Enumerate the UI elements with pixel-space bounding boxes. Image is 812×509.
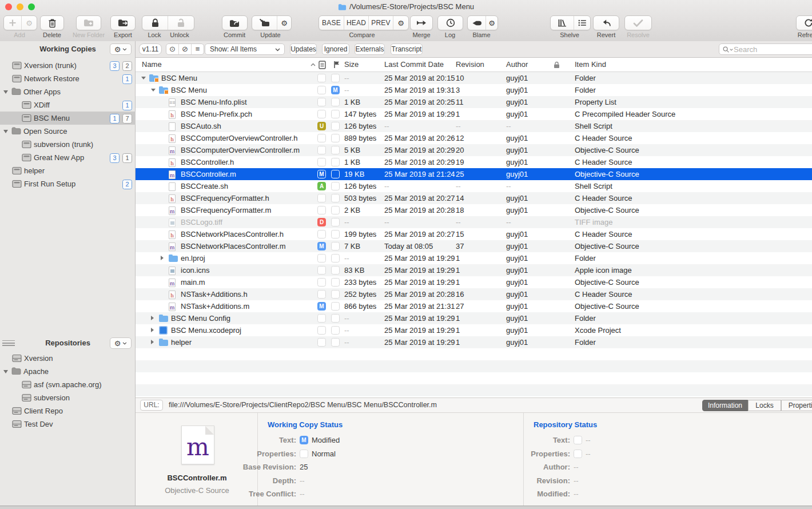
lock-icon[interactable] — [142, 16, 168, 30]
merge-button[interactable] — [410, 15, 433, 30]
transcript-button[interactable]: Transcript — [391, 43, 423, 55]
repositories-action-menu[interactable]: ⚙ — [110, 337, 132, 349]
table-row[interactable]: icon.icns83 KB25 Mar 2019 at 19:291guyj0… — [136, 264, 812, 276]
filter-list-icon[interactable]: ≡ — [191, 44, 204, 54]
ignored-button[interactable]: Ignored — [322, 43, 349, 55]
show-items-dropdown[interactable]: Show: All Items — [205, 43, 285, 55]
compare-base-button[interactable]: BASE — [319, 16, 344, 30]
url-value[interactable]: file:///Volumes/E-Store/Projects/ClientR… — [169, 398, 437, 412]
column-header-name[interactable]: Name — [142, 58, 162, 71]
lock-unlock-button-group[interactable] — [142, 15, 194, 30]
tab-information[interactable]: Information — [702, 400, 748, 411]
repository-item-subversion[interactable]: subversion — [0, 391, 136, 404]
table-row[interactable]: BSCLogo.tiffD--------TIFF image — [136, 216, 812, 228]
disclosure-triangle-icon[interactable] — [3, 130, 8, 133]
search-input[interactable]: Search — [719, 43, 812, 55]
disclosure-triangle-icon[interactable] — [141, 77, 146, 79]
column-header-file-status-icon[interactable] — [319, 61, 326, 69]
column-header-flag-icon[interactable] — [333, 61, 340, 69]
table-row[interactable]: mBSCComputerOverviewController.m5 KB25 M… — [136, 144, 812, 156]
disclosure-triangle-icon[interactable] — [151, 89, 156, 92]
table-row[interactable]: mmain.m233 bytes25 Mar 2019 at 19:291guy… — [136, 276, 812, 288]
table-row[interactable]: mBSCFrequencyFormatter.m2 KB25 Mar 2019 … — [136, 204, 812, 216]
table-row[interactable]: hBSC Menu-Prefix.pch147 bytes25 Mar 2019… — [136, 108, 812, 120]
status-filter-segmented-control[interactable]: ⊙ ⊘ ≡ — [166, 43, 204, 55]
column-header-size[interactable]: Size — [344, 58, 359, 71]
table-row[interactable]: mBSCController.mM19 KB25 Mar 2019 at 21:… — [136, 168, 812, 180]
delete-button[interactable] — [40, 15, 64, 30]
filter-ignored-icon[interactable]: ⊘ — [178, 44, 191, 54]
update-button-group[interactable]: ⚙ — [252, 15, 292, 30]
repository-item-xversion[interactable]: Xversion — [0, 352, 136, 365]
column-header-lock-icon[interactable] — [554, 61, 560, 69]
disclosure-triangle-icon[interactable] — [3, 370, 8, 373]
sidebar-item-first-run-setup[interactable]: First Run Setup2 — [0, 177, 136, 190]
resolve-button[interactable] — [624, 15, 652, 30]
compare-head-button[interactable]: HEAD — [344, 16, 368, 30]
table-row[interactable]: ≡≡BSC Menu-Info.plist1 KB25 Mar 2019 at … — [136, 96, 812, 108]
sidebar-item-bsc-menu[interactable]: BSC Menu71 — [0, 112, 136, 125]
table-row[interactable]: en.lproj--25 Mar 2019 at 19:291guyj01Fol… — [136, 252, 812, 264]
updates-button[interactable]: Updates — [290, 43, 317, 55]
table-row[interactable]: hBSCController.h1 KB25 Mar 2019 at 20:29… — [136, 156, 812, 168]
table-row[interactable]: hNSTask+Additions.h252 bytes25 Mar 2019 … — [136, 288, 812, 300]
working-copies-action-menu[interactable]: ⚙ — [110, 43, 132, 55]
table-row[interactable]: BSCAuto.shU126 bytes------Shell Script — [136, 120, 812, 132]
shelve-button-group[interactable] — [550, 15, 591, 30]
sidebar-item-other-apps[interactable]: Other Apps — [0, 85, 136, 98]
disclosure-triangle-icon[interactable] — [151, 340, 154, 344]
sidebar-item-helper[interactable]: helper — [0, 164, 136, 177]
shelf-books-icon[interactable] — [551, 16, 574, 30]
blame-button-group[interactable]: ⚙ — [467, 15, 498, 30]
column-header-revision[interactable]: Revision — [456, 58, 484, 71]
table-row[interactable]: BSC MenuM--25 Mar 2019 at 19:313guyj01Fo… — [136, 84, 812, 96]
add-button-group[interactable]: ⚙ — [3, 15, 37, 30]
shelve-list-icon[interactable] — [574, 16, 590, 30]
disclosure-triangle-icon[interactable] — [161, 256, 164, 260]
disclosure-triangle-icon[interactable] — [151, 316, 154, 320]
version-badge[interactable]: v1.11 — [139, 43, 162, 55]
blame-hand-icon[interactable] — [468, 16, 485, 30]
filter-changed-icon[interactable]: ⊙ — [166, 44, 178, 54]
sidebar-item-xversion-trunk-[interactable]: Xversion (trunk)23 — [0, 59, 136, 72]
table-row[interactable]: helper--25 Mar 2019 at 19:291guyj01Folde… — [136, 336, 812, 348]
blame-options-gear-icon[interactable]: ⚙ — [485, 16, 497, 30]
plus-icon[interactable] — [4, 16, 21, 30]
repository-item-apache[interactable]: Apache — [0, 365, 136, 378]
disclosure-triangle-icon[interactable] — [3, 90, 8, 94]
column-header-date[interactable]: Last Commit Date — [384, 58, 444, 71]
table-row[interactable]: BSC Menu--25 Mar 2019 at 20:1510guyj01Fo… — [136, 72, 812, 84]
repository-item-client-repo[interactable]: Client Repo — [0, 404, 136, 417]
sidebar-item-network-restore[interactable]: Network Restore1 — [0, 72, 136, 85]
sidebar-item-subversion-trunk-[interactable]: subversion (trunk) — [0, 138, 136, 151]
refresh-button[interactable] — [796, 15, 812, 30]
sidebar-item-xdiff[interactable]: XDiff1 — [0, 98, 136, 112]
update-folder-icon[interactable] — [252, 16, 277, 30]
externals-button[interactable]: Externals — [355, 43, 385, 55]
commit-button[interactable] — [222, 15, 248, 30]
compare-prev-button[interactable]: PREV — [368, 16, 393, 30]
tab-locks[interactable]: Locks — [748, 400, 781, 411]
update-options-gear-icon[interactable]: ⚙ — [277, 16, 291, 30]
compare-button-group[interactable]: BASE HEAD PREV ⚙ — [319, 15, 409, 30]
column-header-kind[interactable]: Item Kind — [575, 58, 606, 71]
unlock-icon[interactable] — [168, 16, 194, 30]
sidebar-item-great-new-app[interactable]: Great New App13 — [0, 151, 136, 164]
table-row[interactable]: hBSCNetworkPlacesController.h199 bytes25… — [136, 228, 812, 240]
new-folder-button[interactable] — [76, 15, 101, 30]
table-row[interactable]: hBSCFrequencyFormatter.h503 bytes25 Mar … — [136, 192, 812, 204]
table-row[interactable]: mNSTask+Additions.mM866 bytes25 Mar 2019… — [136, 300, 812, 312]
disclosure-triangle-icon[interactable] — [151, 328, 154, 332]
revert-button[interactable] — [593, 15, 619, 30]
column-header-author[interactable]: Author — [506, 58, 528, 71]
add-options-gear-icon[interactable]: ⚙ — [21, 16, 37, 30]
table-row[interactable]: mBSCNetworkPlacesController.mM7 KBToday … — [136, 240, 812, 252]
export-button[interactable] — [110, 15, 136, 30]
table-row[interactable]: BSC Menu.xcodeproj--25 Mar 2019 at 19:29… — [136, 324, 812, 336]
table-row[interactable]: BSCCreate.shA126 bytes------Shell Script — [136, 180, 812, 192]
repository-item-test-dev[interactable]: Test Dev — [0, 417, 136, 431]
tab-properties[interactable]: Properties — [781, 400, 812, 411]
repository-item-asf-svn-apache-org-[interactable]: asf (svn.apache.org) — [0, 378, 136, 391]
table-row[interactable]: BSC Menu Config--25 Mar 2019 at 19:291gu… — [136, 312, 812, 324]
log-button[interactable] — [437, 15, 463, 30]
